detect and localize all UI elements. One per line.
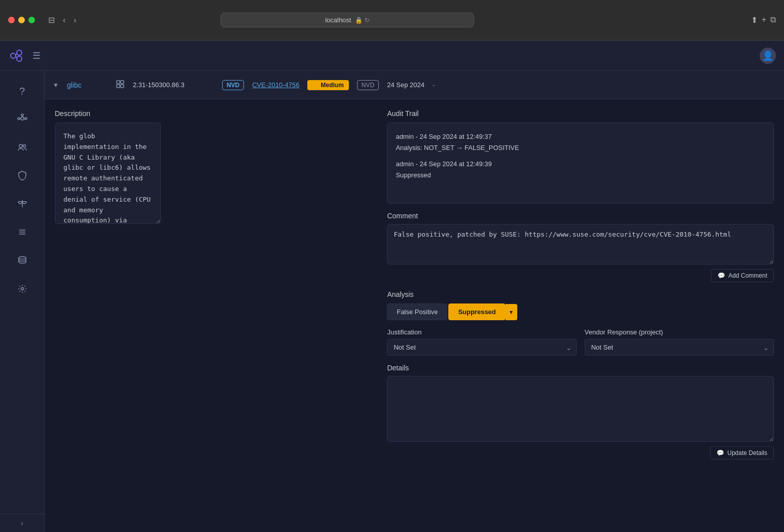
- traffic-lights: [8, 17, 35, 23]
- browser-back-button[interactable]: ‹: [60, 14, 68, 27]
- update-icon: 💬: [717, 449, 724, 457]
- main-content: ▼ glibc 2.31-150300.86.3 NVD CVE-2010-47…: [45, 71, 784, 532]
- comment-textarea[interactable]: [387, 224, 774, 264]
- browser-right-controls: ⬆ + ⧉: [751, 15, 776, 25]
- justification-col: Justification Not Set Code Not Present C…: [387, 328, 576, 356]
- sidebar-bottom: ›: [0, 514, 45, 532]
- description-textarea[interactable]: [55, 123, 161, 224]
- browser-chrome: ⊟ ‹ › localhost 🔒 ↻ ⬆ + ⧉: [0, 0, 784, 41]
- sidebar: ?: [0, 71, 45, 532]
- severity-dot: [312, 83, 317, 88]
- vendor-response-select[interactable]: Not Set Cannot Reproduce Not Affected Up…: [585, 339, 774, 356]
- update-details-button[interactable]: 💬 Update Details: [710, 446, 774, 460]
- detail-panels: Description Audit Trail admin - 24 Sep 2…: [45, 99, 784, 470]
- suppressed-button[interactable]: Suppressed: [448, 303, 505, 320]
- svg-rect-21: [117, 81, 120, 84]
- comment-title: Comment: [387, 212, 774, 220]
- sidebar-item-list[interactable]: [10, 221, 34, 245]
- severity-label: Medium: [320, 82, 343, 89]
- svg-point-1: [17, 50, 22, 55]
- vendor-response-label: Vendor Response (project): [585, 328, 774, 336]
- audit-entry-2: admin - 24 Sep 2024 at 12:49:39 Suppress…: [396, 159, 765, 181]
- maximize-window-button[interactable]: [28, 17, 35, 23]
- false-positive-button[interactable]: False Positive: [387, 303, 447, 320]
- user-icon: 👤: [762, 50, 773, 61]
- topology-icon: [17, 113, 27, 126]
- share-icon[interactable]: ⬆: [751, 15, 758, 25]
- analysis-title: Analysis: [387, 290, 774, 298]
- audit-trail-title: Audit Trail: [387, 109, 774, 118]
- cve-link[interactable]: CVE-2010-4756: [252, 81, 299, 89]
- vulnerability-dash: -: [433, 81, 435, 89]
- left-panel: Description: [55, 109, 377, 460]
- add-comment-label: Add Comment: [728, 272, 767, 279]
- justification-label: Justification: [387, 328, 576, 336]
- comment-icon: 💬: [718, 272, 725, 279]
- add-comment-button[interactable]: 💬 Add Comment: [711, 269, 774, 282]
- justification-vendor-row: Justification Not Set Code Not Present C…: [387, 328, 774, 356]
- list-icon: [17, 227, 27, 240]
- database-icon: [17, 255, 27, 268]
- app-logo: [8, 48, 24, 64]
- minimize-window-button[interactable]: [18, 17, 25, 23]
- comment-actions: 💬 Add Comment: [387, 269, 774, 282]
- hamburger-menu-button[interactable]: ☰: [32, 50, 41, 61]
- svg-rect-23: [117, 85, 120, 88]
- sidebar-item-settings[interactable]: [10, 278, 34, 302]
- vulnerability-date: 24 Sep 2024: [387, 81, 424, 89]
- browser-forward-button[interactable]: ›: [70, 14, 79, 27]
- svg-point-0: [11, 53, 16, 58]
- sidebar-item-topology[interactable]: [10, 107, 34, 132]
- suppressed-dropdown-button[interactable]: ▾: [506, 304, 517, 320]
- justification-select[interactable]: Not Set Code Not Present Code Not Reacha…: [387, 339, 576, 356]
- package-icon: [116, 80, 125, 91]
- user-avatar[interactable]: 👤: [760, 48, 776, 64]
- severity-source-badge: NVD: [357, 80, 379, 90]
- new-tab-icon[interactable]: +: [762, 15, 766, 25]
- right-panel: Audit Trail admin - 24 Sep 2024 at 12:49…: [387, 109, 774, 460]
- audit-entry-1: admin - 24 Sep 2024 at 12:49:37 Analysis…: [396, 131, 765, 154]
- audit-entry-2-line2: Suppressed: [396, 170, 765, 181]
- expand-collapse-button[interactable]: ▼: [53, 82, 59, 89]
- sidebar-item-scale[interactable]: [10, 193, 34, 217]
- justification-select-wrapper: Not Set Code Not Present Code Not Reacha…: [387, 339, 576, 356]
- scale-icon: [17, 199, 27, 211]
- sidebar-expand-button[interactable]: ›: [0, 514, 45, 532]
- sidebar-toggle-button[interactable]: ⊟: [45, 13, 58, 27]
- help-icon: ?: [19, 86, 25, 97]
- svg-point-12: [19, 144, 22, 147]
- analysis-button-group: False Positive Suppressed ▾: [387, 303, 774, 320]
- expand-icon: ›: [21, 519, 23, 527]
- details-textarea[interactable]: [387, 376, 774, 442]
- suppressed-button-group: Suppressed ▾: [448, 303, 517, 320]
- sidebar-item-help[interactable]: ?: [10, 79, 34, 103]
- svg-point-13: [23, 144, 25, 147]
- package-name: glibc: [67, 81, 108, 89]
- description-title: Description: [55, 109, 377, 118]
- topbar-right: 👤: [760, 48, 776, 64]
- address-bar-icons: 🔒 ↻: [355, 17, 370, 24]
- sidebar-item-shield[interactable]: [10, 164, 34, 188]
- close-window-button[interactable]: [8, 17, 15, 23]
- audit-entry-1-line1: admin - 24 Sep 2024 at 12:49:37: [396, 131, 765, 142]
- browser-navigation: ⊟ ‹ ›: [45, 13, 80, 27]
- address-bar[interactable]: localhost 🔒 ↻: [221, 13, 474, 27]
- app-container: ?: [0, 41, 784, 532]
- svg-point-2: [17, 56, 22, 61]
- tabs-icon[interactable]: ⧉: [770, 15, 776, 25]
- audit-entry-1-line2: Analysis: NOT_SET → FALSE_POSITIVE: [396, 142, 765, 154]
- settings-icon: [17, 284, 27, 296]
- group-icon: [17, 142, 27, 155]
- svg-point-7: [25, 118, 27, 120]
- url-text: localhost: [325, 16, 351, 24]
- vendor-response-col: Vendor Response (project) Not Set Cannot…: [585, 328, 774, 356]
- package-version: 2.31-150300.86.3: [133, 81, 214, 89]
- lock-icon: 🔒: [355, 17, 363, 24]
- svg-point-6: [18, 118, 20, 120]
- svg-rect-22: [121, 81, 124, 84]
- source-badge: NVD: [222, 80, 244, 90]
- svg-point-8: [21, 114, 23, 116]
- sidebar-item-group[interactable]: [10, 136, 34, 160]
- sidebar-item-database[interactable]: [10, 249, 34, 274]
- svg-point-19: [19, 256, 26, 259]
